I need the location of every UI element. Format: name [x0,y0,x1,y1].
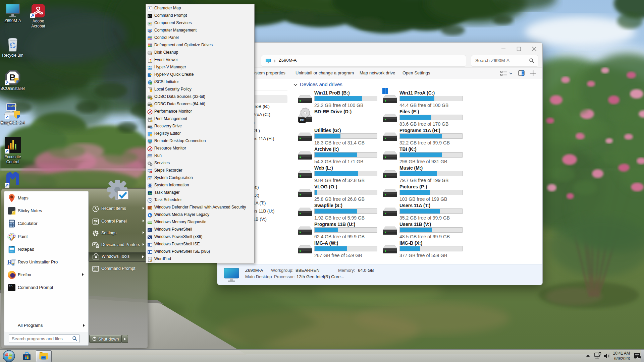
svg-text:C:\: C:\ [148,15,152,17]
svg-text:C:\_: C:\_ [9,285,14,288]
svg-text:C:\: C:\ [94,267,98,270]
svg-text:EasyBCD: EasyBCD [8,105,17,107]
svg-text:i: i [150,184,150,187]
